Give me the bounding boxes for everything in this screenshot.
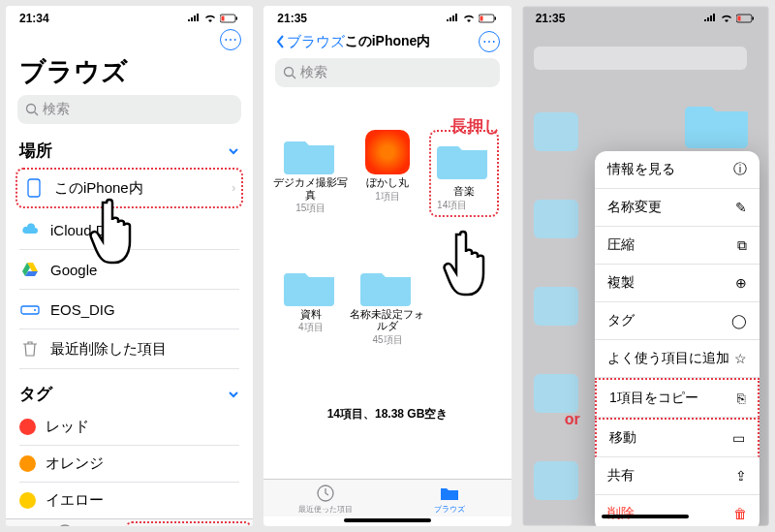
ctx-info[interactable]: 情報を見るⓘ — [595, 151, 760, 189]
screen-folder-grid: 21:35 ブラウズ このiPhone内 ⋯ 検索 長押し デジカメ撮影写真 1… — [264, 6, 511, 526]
folder-icon — [439, 484, 460, 503]
screen-context-menu: 21:35 or 情報を見るⓘ 名称変更✎ 圧縮⧉ 複製⊕ タグ◯ よく使う項目… — [522, 6, 769, 526]
ctx-duplicate[interactable]: 複製⊕ — [595, 265, 760, 302]
back-button[interactable]: ブラウズ — [275, 33, 345, 51]
section-header-locations[interactable]: 場所 — [19, 134, 239, 166]
folder-icon: ▭ — [732, 430, 745, 446]
more-button[interactable]: ⋯ — [479, 31, 500, 52]
home-indicator — [602, 515, 689, 518]
location-row-deleted[interactable]: 最近削除した項目 — [19, 329, 239, 369]
page-title: ブラウズ — [6, 54, 253, 95]
tag-dot — [19, 419, 36, 435]
tag-row-orange[interactable]: オレンジ — [19, 446, 239, 483]
search-icon — [25, 103, 39, 116]
svg-point-7 — [34, 309, 36, 311]
status-bar: 21:34 — [6, 6, 253, 27]
ctx-delete[interactable]: 削除🗑 — [595, 495, 760, 526]
folder-item-music[interactable]: 音楽 14項目 — [427, 130, 502, 217]
status-time: 21:35 — [277, 12, 307, 25]
nav-title: このiPhone内 — [345, 33, 431, 50]
status-bar: 21:35 — [522, 6, 769, 27]
ctx-share[interactable]: 共有⇪ — [595, 457, 760, 495]
ctx-tag[interactable]: タグ◯ — [595, 302, 760, 340]
location-row-eos[interactable]: EOS_DIG — [19, 290, 239, 329]
clock-icon — [315, 484, 336, 503]
locations-section: 場所 このiPhone内 › iCloud D Google EOS_DIG 最… — [6, 134, 253, 518]
status-bar: 21:35 — [264, 6, 511, 27]
svg-rect-5 — [28, 179, 40, 197]
status-icons — [703, 14, 756, 23]
svg-point-12 — [285, 68, 294, 77]
svg-line-4 — [35, 112, 39, 116]
trash-icon — [19, 338, 41, 360]
tag-row-red[interactable]: レッド — [19, 409, 239, 446]
ctx-favorite[interactable]: よく使う項目に追加☆ — [595, 340, 760, 378]
screen-browse: 21:34 ⋯ ブラウズ 検索 場所 このiPhone内 › iCloud D — [6, 6, 253, 526]
navbar: ブラウズ このiPhone内 ⋯ — [264, 27, 511, 58]
archive-icon: ⧉ — [737, 237, 747, 254]
trash-icon: 🗑 — [733, 506, 747, 521]
svg-rect-10 — [480, 16, 482, 21]
status-time: 21:35 — [536, 12, 566, 25]
info-icon: ⓘ — [733, 161, 747, 178]
tab-recent[interactable]: 最近使った項目 — [264, 480, 388, 516]
chevron-left-icon — [275, 34, 285, 49]
clock-icon — [54, 523, 76, 526]
tab-browse[interactable]: ブラウズ — [126, 521, 252, 526]
share-icon: ⇪ — [735, 468, 747, 484]
location-row-icloud[interactable]: iCloud D — [19, 210, 239, 250]
drive-icon — [19, 298, 41, 320]
signal-icon — [187, 14, 201, 23]
folder-item[interactable]: 資料 4項目 — [273, 262, 348, 347]
more-button[interactable]: ⋯ — [220, 29, 241, 50]
tab-browse[interactable]: ブラウズ — [388, 480, 512, 516]
svg-point-8 — [57, 525, 73, 526]
svg-line-13 — [293, 76, 296, 79]
iphone-icon — [23, 177, 45, 199]
location-row-oniphone[interactable]: このiPhone内 › — [19, 171, 239, 205]
search-icon — [283, 66, 296, 79]
pencil-icon: ✎ — [735, 200, 747, 215]
context-menu: 情報を見るⓘ 名称変更✎ 圧縮⧉ 複製⊕ タグ◯ よく使う項目に追加☆ 1項目を… — [595, 151, 760, 526]
ctx-copy[interactable]: 1項目をコピー⎘ — [595, 378, 760, 418]
tag-icon: ◯ — [731, 313, 747, 329]
callout-or: or — [565, 411, 580, 428]
folder-icon — [437, 135, 491, 179]
folder-icon — [178, 524, 200, 526]
ctx-rename[interactable]: 名称変更✎ — [595, 189, 760, 227]
folder-icon — [284, 262, 338, 306]
footer-status: 14項目、18.38 GB空き — [264, 394, 511, 430]
chevron-down-icon — [228, 389, 239, 400]
copy-icon: ⎘ — [737, 391, 745, 406]
folder-item[interactable]: 名称未設定フォルダ 45項目 — [350, 262, 424, 347]
app-icon — [365, 130, 410, 174]
tab-recent[interactable]: 最近使った項目 — [6, 519, 124, 526]
svg-rect-2 — [236, 17, 238, 20]
svg-point-3 — [27, 105, 36, 113]
status-icons — [187, 14, 239, 23]
folder-item[interactable]: デジカメ撮影写真 15項目 — [273, 130, 348, 217]
wifi-icon — [203, 14, 217, 23]
duplicate-icon: ⊕ — [735, 275, 747, 291]
svg-rect-1 — [222, 16, 225, 21]
folder-grid: デジカメ撮影写真 15項目 ぼかし丸 1項目 音楽 14項目 資料 4項目 名称… — [264, 130, 511, 347]
home-indicator — [344, 518, 431, 522]
status-time: 21:34 — [19, 12, 49, 25]
tab-bar: 最近使った項目 ブラウズ — [6, 518, 253, 526]
selected-folder-icon — [684, 93, 752, 149]
ctx-move[interactable]: 移動▭ — [595, 418, 760, 457]
svg-rect-6 — [21, 306, 39, 314]
tag-dot — [19, 455, 36, 472]
folder-item[interactable]: ぼかし丸 1項目 — [350, 130, 424, 217]
folder-icon — [284, 130, 338, 174]
search-input[interactable]: 検索 — [275, 58, 499, 87]
search-input[interactable]: 検索 — [17, 95, 241, 124]
section-header-tags[interactable]: タグ — [19, 377, 239, 409]
tag-row-yellow[interactable]: イエロー — [19, 483, 239, 518]
star-icon: ☆ — [734, 351, 747, 366]
tag-dot — [19, 492, 36, 509]
svg-rect-16 — [737, 16, 740, 21]
svg-rect-11 — [494, 17, 496, 20]
location-row-google[interactable]: Google — [19, 250, 239, 290]
ctx-compress[interactable]: 圧縮⧉ — [595, 227, 760, 265]
